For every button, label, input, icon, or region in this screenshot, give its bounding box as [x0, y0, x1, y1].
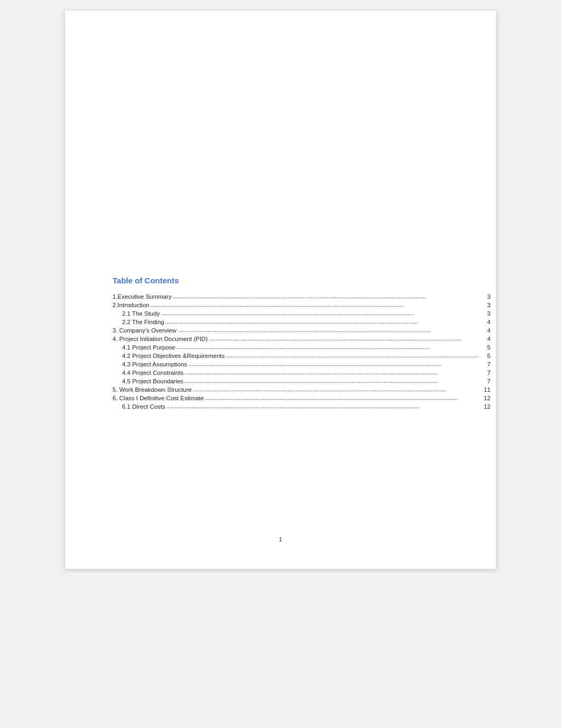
document-page: Table of Contents 1.Executive Summary32.… [65, 11, 496, 569]
toc-row: 6. Class I Definitive Cost Estimate12 [113, 394, 491, 402]
toc-row: 6.1 Direct Costs12 [113, 402, 491, 411]
toc-page-number: 12 [480, 394, 491, 402]
toc-entry-label: 2.2 The Finding [122, 319, 164, 325]
toc-page-number: 5 [480, 352, 491, 360]
page-number: 1 [279, 536, 282, 542]
toc-row: 4.4 Project Constraints7 [113, 368, 491, 377]
toc-dots [151, 301, 479, 308]
toc-entry-label: 4.5 Project Boundaries [122, 378, 183, 384]
toc-entry-label: 4.2 Project Objectives &Requirements [122, 353, 225, 359]
toc-page-number: 3 [480, 292, 491, 301]
toc-row: 2.2 The Finding4 [113, 318, 491, 326]
toc-entry-label: 2.Introduction [113, 302, 149, 308]
toc-dots [188, 361, 479, 367]
toc-row: 1.Executive Summary3 [113, 292, 491, 301]
toc-entry-label: 4. Project Initiation Document (PID) [113, 336, 208, 342]
toc-dots [161, 310, 479, 316]
toc-dots [193, 386, 479, 392]
toc-page-number: 3 [480, 301, 491, 309]
toc-entry-label: 4.4 Project Constraints [122, 370, 183, 376]
toc-row: 4.1 Project Purpose5 [113, 343, 491, 352]
toc-page-number: 3 [480, 309, 491, 318]
toc-dots [226, 352, 479, 358]
toc-entry-label: 1.Executive Summary [113, 293, 172, 300]
toc-dots [184, 377, 479, 384]
toc-dots [205, 394, 479, 401]
toc-page-number: 11 [480, 385, 491, 394]
toc-dots [177, 327, 479, 333]
toc-page-number: 7 [480, 368, 491, 377]
toc-row: 4.5 Project Boundaries7 [113, 377, 491, 385]
toc-page-number: 4 [480, 335, 491, 343]
toc-dots [173, 293, 479, 299]
toc-section: Table of Contents 1.Executive Summary32.… [113, 276, 448, 411]
toc-row: 3. Company's Overview4 [113, 326, 491, 335]
toc-row: 4.3 Project Assumptions7 [113, 360, 491, 368]
toc-page-number: 5 [480, 343, 491, 352]
toc-entry-label: 6.1 Direct Costs [122, 403, 165, 410]
toc-dots [176, 344, 479, 350]
toc-title: Table of Contents [113, 276, 448, 285]
toc-entry-label: 6. Class I Definitive Cost Estimate [113, 395, 204, 401]
toc-page-number: 4 [480, 326, 491, 335]
toc-page-number: 12 [480, 402, 491, 411]
toc-entry-label: 2.1 The Study [122, 310, 160, 317]
toc-row: 4.2 Project Objectives &Requirements5 [113, 352, 491, 360]
toc-dots [209, 335, 479, 342]
toc-row: 2.Introduction3 [113, 301, 491, 309]
page-footer: 1 [65, 536, 496, 542]
toc-row: 4. Project Initiation Document (PID)4 [113, 335, 491, 343]
toc-entry-label: 4.1 Project Purpose [122, 344, 175, 351]
toc-page-number: 7 [480, 377, 491, 385]
toc-page-number: 7 [480, 360, 491, 368]
toc-dots [184, 369, 479, 375]
toc-entry-label: 3. Company's Overview [113, 327, 176, 334]
toc-entry-label: 4.3 Project Assumptions [122, 361, 187, 367]
toc-row: 5. Work Breakdown Structure11 [113, 385, 491, 394]
toc-dots [165, 318, 479, 325]
toc-dots [166, 403, 479, 409]
top-spacer [113, 49, 448, 276]
toc-table: 1.Executive Summary32.Introduction32.1 T… [113, 292, 491, 411]
toc-row: 2.1 The Study3 [113, 309, 491, 318]
toc-entry-label: 5. Work Breakdown Structure [113, 386, 192, 393]
toc-page-number: 4 [480, 318, 491, 326]
